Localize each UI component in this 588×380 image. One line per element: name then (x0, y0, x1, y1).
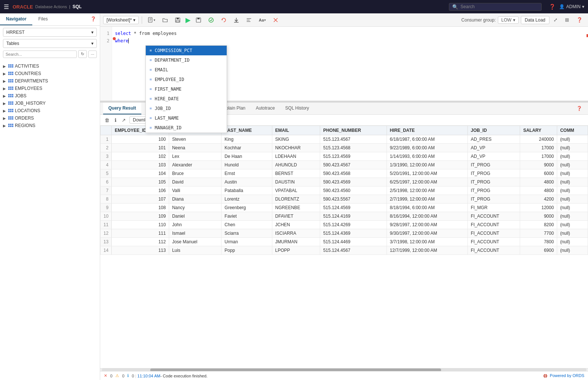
sidebar-item-locations[interactable]: ▶ LOCATIONS (1, 107, 98, 114)
format-sql-btn[interactable] (243, 16, 254, 25)
autocomplete-item-hire-date[interactable]: ≡ HIRE_DATE (146, 94, 227, 104)
table-row[interactable]: 3 102 Lex De Haan LDEHAAN 515.123.4569 1… (101, 152, 588, 161)
new-file-btn[interactable]: ▾ (145, 16, 158, 25)
cell-salary: 17000 (520, 144, 557, 152)
ac-column-icon: ≡ (150, 47, 152, 54)
ac-column-icon: ≡ (150, 95, 152, 103)
tab-navigator[interactable]: Navigator (0, 13, 32, 25)
table-row[interactable]: 6 105 David Austin DAUSTIN 590.423.4569 … (101, 178, 588, 186)
autocomplete-item-email[interactable]: ≡ EMAIL (146, 65, 227, 75)
autocomplete-item-commission-pct[interactable]: ≡ COMMISSION_PCT (146, 46, 227, 55)
col-hire-date[interactable]: HIRE_DATE (387, 126, 467, 135)
sidebar-item-employees[interactable]: ▶ EMPLOYEES (1, 85, 98, 92)
hamburger-icon[interactable]: ☰ (4, 3, 9, 10)
table-row[interactable]: 5 104 Bruce Ernst BERNST 590.423.4568 5/… (101, 169, 588, 178)
cell-last-name: Pataballa (221, 186, 272, 195)
object-type-dropdown[interactable]: Tables ▾ (3, 39, 97, 48)
search-input[interactable] (460, 4, 527, 9)
results-help-icon[interactable]: ❓ (574, 103, 585, 114)
tab-files[interactable]: Files (32, 13, 53, 25)
sidebar-refresh-btn[interactable]: ↻ (78, 50, 87, 58)
table-icon (8, 79, 13, 83)
sidebar-item-regions[interactable]: ▶ REGIONS (1, 122, 98, 129)
save-btn[interactable] (172, 16, 183, 25)
svg-rect-3 (8, 66, 10, 68)
rollback-btn[interactable] (218, 16, 229, 25)
table-row[interactable]: 12 111 Ismael Sciarra ISCIARRA 515.124.4… (101, 229, 588, 238)
table-row[interactable]: 4 103 Alexander Hunold AHUNOLD 590.423.4… (101, 161, 588, 169)
autocomplete-item-employee-id[interactable]: ≡ EMPLOYEE_ID (146, 75, 227, 84)
uppercase-btn[interactable]: Aa ▾ (256, 16, 268, 24)
tab-sql-history[interactable]: SQL History (280, 103, 314, 114)
user-menu[interactable]: 👤 ADMIN ▾ (559, 4, 584, 9)
results-table: EMPLOYEE_ID FIRST_NAME LAST_NAME EMAIL P… (100, 126, 588, 255)
section-name: SQL (72, 4, 82, 9)
expand-btn[interactable]: ⤢ (551, 16, 560, 24)
sidebar-item-countries[interactable]: ▶ COUNTRIES (1, 70, 98, 77)
autocomplete-item-job-id[interactable]: ≡ JOB_ID (146, 104, 227, 113)
table-row[interactable]: 14 113 Luis Popp LPOPP 515.124.4567 12/7… (101, 246, 588, 255)
execution-timestamp[interactable]: 11:10:04 AM (137, 374, 160, 378)
clear-btn[interactable] (270, 16, 281, 25)
svg-rect-10 (10, 74, 12, 75)
autocomplete-item-last-name[interactable]: ≡ LAST_NAME (146, 113, 227, 123)
scroll-track[interactable] (102, 368, 587, 371)
sidebar-item-orders[interactable]: ▶ ORDERS (1, 114, 98, 122)
commit-btn[interactable] (206, 16, 217, 25)
save-as-btn[interactable] (193, 16, 204, 25)
table-row[interactable]: 11 110 John Chen JCHEN 515.124.4269 9/28… (101, 221, 588, 229)
toolbar-help-btn[interactable]: ❓ (574, 16, 585, 24)
table-row[interactable]: 10 109 Daniel Faviet DFAVIET 515.124.416… (101, 212, 588, 221)
schema-dropdown[interactable]: HRREST ▾ (3, 28, 97, 37)
col-salary[interactable]: SALARY (520, 126, 557, 135)
table-row[interactable]: 8 107 Diana Lorentz DLORENTZ 590.423.556… (101, 195, 588, 204)
col-job-id[interactable]: JOB_ID (467, 126, 520, 135)
data-load-btn[interactable]: Data Load (521, 16, 549, 24)
grid-btn[interactable]: ⊞ (562, 16, 572, 24)
results-table-wrap[interactable]: EMPLOYEE_ID FIRST_NAME LAST_NAME EMAIL P… (100, 126, 588, 368)
table-row[interactable]: 2 101 Neena Kochhar NKOCHHAR 515.123.456… (101, 144, 588, 152)
tab-autotrace[interactable]: Autotrace (250, 103, 280, 114)
svg-rect-18 (8, 87, 10, 88)
autocomplete-item-manager-id[interactable]: ≡ MANAGER_ID (146, 123, 227, 133)
col-phone-number[interactable]: PHONE_NUMBER (320, 126, 387, 135)
cell-comm: (null) (557, 221, 588, 229)
table-row[interactable]: 13 112 Jose Manuel Urman JMURMAN 515.124… (101, 238, 588, 246)
cell-email: NGREENBE (272, 204, 320, 212)
sidebar-item-activities[interactable]: ▶ ACTIVITIES (1, 62, 98, 70)
svg-rect-11 (12, 74, 13, 75)
editor-content[interactable]: select * from employees where ≡ COMMISSI… (112, 27, 588, 101)
worksheet-dropdown[interactable]: [Worksheet]* ▾ (103, 16, 139, 24)
sidebar-help-icon[interactable]: ❓ (87, 13, 100, 25)
results-info-btn[interactable]: ℹ (113, 117, 118, 124)
sidebar-search-input[interactable] (3, 51, 77, 58)
download-btn[interactable] (231, 16, 242, 25)
autocomplete-item-department-id[interactable]: ≡ DEPARTMENT_ID (146, 55, 227, 65)
results-delete-btn[interactable]: 🗑 (103, 117, 111, 124)
table-row[interactable]: 9 108 Nancy Greenberg NGREENBE 515.124.4… (101, 204, 588, 212)
sidebar-item-departments[interactable]: ▶ DEPARTMENTS (1, 77, 98, 85)
consumer-group-dropdown-icon: ▾ (513, 17, 515, 23)
sidebar-item-jobs[interactable]: ▶ JOBS (1, 92, 98, 100)
info-icon: ℹ (127, 373, 129, 378)
sidebar-more-btn[interactable]: ··· (88, 51, 97, 58)
scroll-thumb[interactable] (150, 368, 441, 371)
cell-job-id: AD_VP (467, 152, 520, 161)
sidebar-item-job-history[interactable]: ▶ JOB_HISTORY (1, 100, 98, 107)
horizontal-scrollbar[interactable] (100, 368, 588, 371)
autocomplete-dropdown: ≡ COMMISSION_PCT ≡ DEPARTMENT_ID ≡ EMAIL (145, 45, 227, 133)
col-last-name[interactable]: LAST_NAME (221, 126, 272, 135)
cell-salary: 240000 (520, 135, 557, 144)
table-row[interactable]: 1 100 Steven King SKING 515.123.4567 6/1… (101, 135, 588, 144)
col-email[interactable]: EMAIL (272, 126, 320, 135)
table-row[interactable]: 7 106 Valli Pataballa VPATABAL 590.423.4… (101, 186, 588, 195)
tab-query-result[interactable]: Query Result (103, 103, 141, 114)
cell-email: ISCIARRA (272, 229, 320, 238)
consumer-group-select[interactable]: LOW ▾ (498, 16, 518, 24)
col-comm[interactable]: COMM (557, 126, 588, 135)
help-icon[interactable]: ❓ (549, 4, 555, 10)
results-share-btn[interactable]: ↗ (120, 117, 127, 124)
autocomplete-item-first-name[interactable]: ≡ FIRST_NAME (146, 84, 227, 94)
run-script-btn[interactable]: ▶ (185, 15, 191, 25)
open-file-btn[interactable] (160, 16, 171, 25)
